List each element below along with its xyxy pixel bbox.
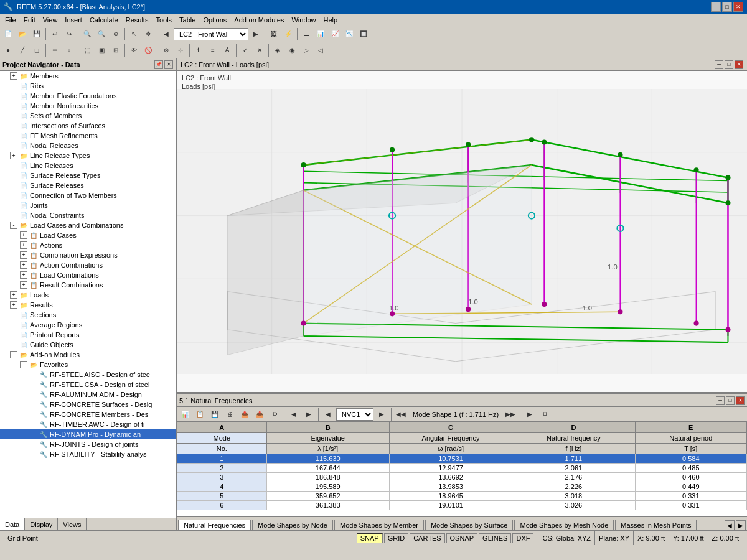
btb-btn3[interactable]: 💾 — [208, 408, 222, 421]
bottom-panel-close[interactable]: ✕ — [736, 396, 745, 405]
tb2-hide[interactable]: 🚫 — [141, 44, 155, 57]
tab-natural-frequencies[interactable]: Natural Frequencies — [178, 520, 251, 530]
mode-shape-dropdown[interactable]: NVC1 — [336, 408, 374, 421]
tree-item-joints[interactable]: 📄 Joints — [0, 200, 176, 210]
tree-item-connection-two[interactable]: 📄 Connection of Two Members — [0, 190, 176, 200]
tree-item-ribs[interactable]: 📄 Ribs — [0, 81, 176, 91]
tb-redo[interactable]: ↪ — [62, 27, 76, 41]
menu-insert[interactable]: Insert — [61, 15, 86, 25]
tb-next[interactable]: ▶ — [249, 27, 263, 41]
snap-btn-grid[interactable]: GRID — [384, 533, 409, 543]
tree-item-sections[interactable]: 📄 Sections — [0, 310, 176, 320]
btb-btn8[interactable]: ◀ — [287, 408, 301, 421]
tb2-coord[interactable]: ⊗ — [159, 44, 173, 57]
tb2-info[interactable]: ℹ — [192, 44, 205, 57]
loadcase-dropdown[interactable]: LC2 - Front Wall — [174, 28, 248, 40]
tree-item-load-combinations[interactable]: + 📋 Load Combinations — [0, 270, 176, 280]
tree-item-line-release-types[interactable]: + 📁 Line Release Types — [0, 151, 176, 161]
panel-tab-data[interactable]: Data — [0, 518, 25, 530]
tb-calc[interactable]: ⚡ — [281, 27, 295, 41]
toggle-favorites[interactable]: - — [20, 361, 27, 368]
tb2-display[interactable]: 👁 — [127, 44, 141, 57]
menu-options[interactable]: Options — [199, 15, 230, 25]
tb-more4[interactable]: 📉 — [342, 27, 356, 41]
panel-tab-views[interactable]: Views — [58, 518, 87, 530]
tree-item-result-combinations[interactable]: + 📋 Result Combinations — [0, 280, 176, 290]
tb2-special1[interactable]: ◈ — [271, 44, 284, 57]
tree-item-intersections[interactable]: 📄 Intersections of Surfaces — [0, 121, 176, 131]
tree-item-surface-release-types[interactable]: 📄 Surface Release Types — [0, 170, 176, 180]
tb-more2[interactable]: 📊 — [314, 27, 327, 41]
tb2-lines[interactable]: ╱ — [16, 44, 29, 57]
tree-item-rf-concrete-surf[interactable]: 🔧 RF-CONCRETE Surfaces - Desig — [0, 399, 176, 409]
tab-nav-left[interactable]: ◀ — [725, 520, 735, 530]
tree-item-surface-releases[interactable]: 📄 Surface Releases — [0, 180, 176, 190]
toggle-load-cases[interactable]: + — [20, 231, 27, 239]
minimize-button[interactable]: ─ — [711, 2, 721, 12]
tb-undo[interactable]: ↩ — [48, 27, 62, 41]
tree-item-favorites[interactable]: - 📂 Favorites — [0, 360, 176, 370]
panel-tab-display[interactable]: Display — [25, 518, 58, 530]
snap-btn-snap[interactable]: SNAP — [357, 533, 383, 543]
bottom-panel-maximize[interactable]: □ — [726, 396, 735, 405]
btb-animate[interactable]: ▶ — [523, 408, 537, 421]
tree-item-member-nonlinear[interactable]: 📄 Member Nonlinearities — [0, 101, 176, 111]
tb-render[interactable]: 🖼 — [267, 27, 281, 41]
toggle-members[interactable]: + — [10, 72, 17, 80]
tb2-properties[interactable]: ≡ — [206, 44, 220, 57]
tree-item-member-elastic[interactable]: 📄 Member Elastic Foundations — [0, 91, 176, 101]
tb2-surfaces[interactable]: ◻ — [30, 44, 44, 57]
btb-btn6[interactable]: 📥 — [253, 408, 266, 421]
tb-prev[interactable]: ◀ — [159, 27, 173, 41]
tab-mode-shapes-node[interactable]: Mode Shapes by Node — [252, 520, 333, 530]
tree-item-addon-modules[interactable]: - 📂 Add-on Modules — [0, 350, 176, 360]
tab-masses-mesh-points[interactable]: Masses in Mesh Points — [615, 520, 697, 530]
menu-window[interactable]: Window — [288, 15, 319, 25]
table-row[interactable]: 3 186.848 13.6692 2.176 0.460 — [177, 473, 747, 482]
maximize-button[interactable]: □ — [722, 2, 732, 12]
tree-item-rf-joints[interactable]: 🔧 RF-JOINTS - Design of joints — [0, 439, 176, 449]
table-row[interactable]: 1 115.630 10.7531 1.711 0.584 — [177, 454, 747, 464]
tb2-check[interactable]: ✓ — [238, 44, 252, 57]
toggle-load-combinations[interactable]: + — [20, 271, 27, 279]
tb2-loads[interactable]: ↓ — [62, 44, 76, 57]
tb2-view1[interactable]: ⬚ — [80, 44, 94, 57]
toggle-actions[interactable]: + — [20, 241, 27, 249]
btb-btn1[interactable]: 📊 — [178, 408, 192, 421]
menu-file[interactable]: File — [1, 15, 20, 25]
menu-addon[interactable]: Add-on Modules — [230, 15, 288, 25]
tree-item-nodal-constraints[interactable]: 📄 Nodal Constraints — [0, 210, 176, 220]
tb-save[interactable]: 💾 — [30, 27, 44, 41]
menu-table[interactable]: Table — [176, 15, 199, 25]
toggle-combination-expr[interactable]: + — [20, 251, 27, 259]
btb-nav-next[interactable]: ▶ — [375, 408, 388, 421]
menu-view[interactable]: View — [39, 15, 62, 25]
tree-item-rf-stability[interactable]: 🔧 RF-STABILITY - Stability analys — [0, 449, 176, 459]
tb2-grid[interactable]: ⊹ — [174, 44, 187, 57]
bottom-panel-minimize[interactable]: ─ — [716, 396, 725, 405]
btb-nav-prev[interactable]: ◀ — [321, 408, 335, 421]
tab-nav-right[interactable]: ▶ — [736, 520, 746, 530]
panel-pin-button[interactable]: 📌 — [154, 60, 163, 69]
tree-item-rf-steel-csa[interactable]: 🔧 RF-STEEL CSA - Design of steel — [0, 380, 176, 390]
btb-btn4[interactable]: 🖨 — [223, 408, 237, 421]
tb-open[interactable]: 📂 — [16, 27, 29, 41]
tab-mode-shapes-mesh-node[interactable]: Mode Shapes by Mesh Node — [514, 520, 614, 530]
toggle-addon-modules[interactable]: - — [10, 351, 17, 358]
tb-new[interactable]: 📄 — [1, 27, 15, 41]
toggle-result-combinations[interactable]: + — [20, 281, 27, 289]
snap-btn-cartes[interactable]: CARTES — [410, 533, 444, 543]
tree-item-rf-dynam[interactable]: 🔧 RF-DYNAM Pro - Dynamic an — [0, 429, 176, 439]
menu-edit[interactable]: Edit — [20, 15, 39, 25]
tb-select[interactable]: ↖ — [127, 27, 141, 41]
tb2-special4[interactable]: ◁ — [314, 44, 327, 57]
snap-btn-glines[interactable]: GLINES — [479, 533, 511, 543]
tb2-members[interactable]: ━ — [48, 44, 62, 57]
tree-item-fe-mesh[interactable]: 📄 FE Mesh Refinements — [0, 131, 176, 141]
tree-item-line-releases[interactable]: 📄 Line Releases — [0, 161, 176, 170]
tree-scroll[interactable]: + 📁 Members 📄 Ribs 📄 Member Elastic Foun… — [0, 71, 176, 518]
panel-close-button[interactable]: ✕ — [164, 60, 173, 69]
tree-item-members[interactable]: + 📁 Members — [0, 71, 176, 81]
toggle-loads[interactable]: + — [10, 291, 17, 299]
tb-move[interactable]: ✥ — [141, 27, 155, 41]
